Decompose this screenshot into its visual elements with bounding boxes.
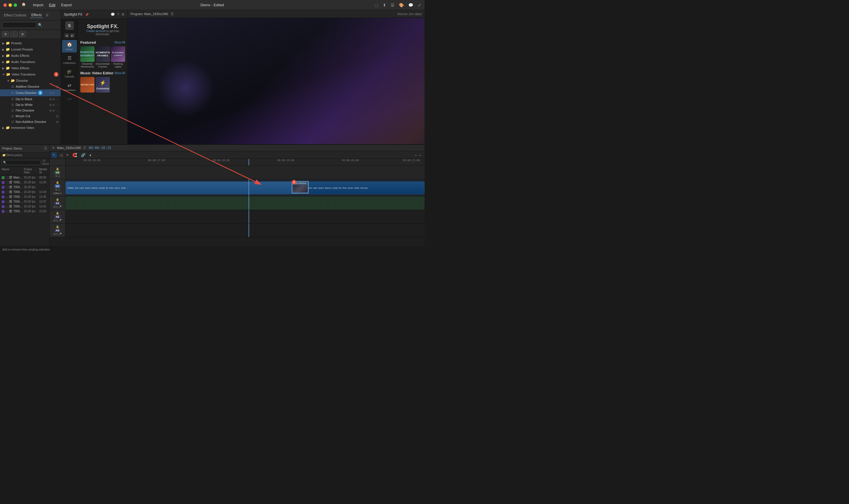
preset-icon[interactable]: ⊞ [56,85,58,88]
card-documentary-frames[interactable]: DOCUMENTARY FRAMES Documentary Frames [96,46,110,69]
timeline-close-icon[interactable]: ✕ [52,146,55,150]
effect-morph-cut[interactable]: ☑ Morph Cut ⊞ [0,113,61,119]
lock-a2-icon[interactable]: 🔒 [56,212,59,215]
discord-icon[interactable]: 💬 [111,13,115,16]
solo-v2-icon[interactable]: S [58,175,60,178]
ripple-edit-btn[interactable]: ⌖ [65,152,70,158]
new-folder-btn[interactable]: ⊞ [2,32,9,37]
mute-a2-icon[interactable]: M [53,219,56,222]
lock-v2-icon[interactable]: 🔒 [56,167,59,170]
preset-icon7[interactable]: ⊞ [56,120,58,123]
add-icon2[interactable]: ⊕ [53,97,55,101]
minimize-button[interactable] [8,3,12,7]
card-customize[interactable]: ⚡ Customize [96,77,110,92]
effect-non-additive[interactable]: ☑ Non-Additive Dissolve ⊞ [0,119,61,125]
effect-additive-dissolve[interactable]: ☑ Additive Dissolve ⊞ [0,84,61,89]
effect-dip-black[interactable]: ☑ Dip to Black ⊞ ⊕ ⋯ [0,96,61,102]
nav-item-home[interactable]: 🏠 Home [62,40,77,53]
lock-a3-icon[interactable]: 🔒 [56,225,59,228]
track-select-btn[interactable]: ◁ [58,152,64,158]
mic-a2-icon[interactable]: 🎤 [58,219,61,222]
effects-search-input[interactable] [2,22,36,28]
home-icon[interactable]: 🏠 [22,2,27,8]
nav-item-collections[interactable]: ☰ Collections [62,54,77,66]
category-immersive[interactable]: ▶ 📁 Immersive Video [0,125,61,131]
share-icon[interactable]: ⬆ [383,3,386,7]
color-icon[interactable]: 🎨 [399,3,404,7]
nav-item-tutorials[interactable]: 🎓 Tutorials [62,67,77,80]
project-item-5[interactable]: ⬚ 🎬 705899_Sw_ 25,00 fps 13:37 [0,199,49,204]
tab-effect-controls[interactable]: Effect Controls [3,13,27,18]
collab-icon[interactable]: 💬 [408,3,413,7]
project-item-1[interactable]: ⬚ 🎬 705896_Jedi_ 25,00 fps 13:26 [0,180,49,185]
preset-icon6[interactable]: ⊞ [56,115,58,118]
grid-view-btn[interactable]: ⊞ [19,32,26,37]
track-content-a3[interactable] [66,223,424,237]
effect-dip-white[interactable]: ☑ Dip to White ⊞ ⊕ ⋯ [0,102,61,108]
nav-forward-btn[interactable]: ▶ [70,33,75,38]
list-view-btn[interactable]: ⋮ [11,32,18,37]
menu-import[interactable]: Import [33,3,43,7]
project-item-2[interactable]: ⬚ 🎬 705896_Jedi_ 25,00 fps [0,185,49,190]
more-icon[interactable]: ⋯ [56,91,58,94]
project-item-0[interactable]: ⬚ 🎬 Main_1920x 25,00 fps 00:00 [0,175,49,180]
mic-a1-icon[interactable]: 🎤 [58,205,61,208]
snap-btn[interactable]: 🧲 [71,152,78,158]
menu-export[interactable]: Export [61,3,72,7]
maximize-button[interactable] [14,3,17,7]
category-audio-transitions[interactable]: ▶ 📁 Audio Transitions [0,59,61,65]
track-content-a2[interactable] [66,210,424,223]
add-marker-tl-btn[interactable]: ♦ [88,152,92,158]
lock-v1-icon[interactable]: 🔒 [56,181,59,184]
project-item-3[interactable]: ⬚ 🎬 705897_Jedi_ 25,00 fps 13:28 [0,190,49,194]
card-essential-movements[interactable]: ESSENTIAL MOVEMENTS Essential Movements [80,46,94,69]
solo-v1-icon[interactable]: S [58,188,60,191]
clip-v1-2[interactable]: 705897_Jedi_Light_Sword_Warrior_Knight_B… [299,182,424,194]
category-lumetri[interactable]: ▶ 📁 Lumetri Presets [0,46,61,53]
nav-item-transitions[interactable]: ⇄ Transitions [62,81,77,93]
track-content-a1[interactable] [66,196,424,210]
more-icon3[interactable]: ⋯ [56,103,58,106]
program-menu-icon[interactable]: ☰ [170,12,174,16]
expand-icon[interactable]: ⤢ [418,3,421,7]
create-account-link[interactable]: Create account [86,30,106,33]
menu-edit[interactable]: Edit [49,3,55,7]
category-video-effects[interactable]: ▶ 📁 Video Effects [0,65,61,71]
eye-v1-icon[interactable]: 👁 [55,188,58,191]
preset-icon4[interactable]: ⊞ [49,103,52,106]
preset-icon5[interactable]: ⊞ [49,109,52,112]
mute-a3-icon[interactable]: M [53,233,56,236]
tab-effects[interactable]: Effects [30,13,42,18]
effect-cross-dissolve[interactable]: ☑ Cross Dissolve 2 ⊞ ⊕ ⋯ [0,89,61,96]
settings-icon[interactable]: ⚙ [122,13,125,16]
track-content-v1[interactable]: 705896_Jedi_Light_Sword_Warrior_Knight_B… [66,179,424,196]
show-all-featured-btn[interactable]: Show All [114,41,125,44]
selection-tool-btn[interactable]: ↖ [51,152,57,158]
preset-icon3[interactable]: ⊞ [49,97,52,101]
nav-item-more[interactable]: ⋯ [62,94,77,104]
help-icon[interactable]: ? [117,13,119,16]
linked-sel-btn[interactable]: 🔗 [80,152,87,158]
solo-a3-icon[interactable]: S [56,233,58,236]
track-content-v2[interactable] [66,166,424,179]
effects-menu-icon[interactable]: ☰ [46,13,49,17]
card-retro-vhs[interactable]: RETRO VHS [80,77,94,92]
add-icon[interactable]: ⊕ [53,91,55,94]
subcategory-dissolve[interactable]: ▼ 📂 Dissolve [0,77,61,84]
project-item-7[interactable]: ⬚ 🎬 705901_Ma_ 25,00 fps 13:53 [0,209,49,214]
lock-a1-icon[interactable]: 🔒 [56,198,59,201]
zoom-in-tl-btn[interactable]: ←→ [413,152,423,158]
eye-v2-icon[interactable]: 👁 [55,175,58,178]
category-audio-effects[interactable]: ▶ 📁 Audio Effects [0,53,61,59]
project-item-6[interactable]: ⬚ 🎬 705900_Sw_ 25,00 fps 13:42 [0,204,49,209]
solo-a1-icon[interactable]: S [56,205,58,208]
more-icon2[interactable]: ⋯ [56,97,58,101]
category-presets[interactable]: ▶ 📁 Presets [0,40,61,46]
category-video-transitions[interactable]: ▼ 📂 Video Transitions 1 [0,71,61,77]
preset-icon2[interactable]: ⊞ [49,91,52,94]
workspace-icon[interactable]: ⬚ [375,3,378,7]
add-icon4[interactable]: ⊕ [53,109,55,112]
project-menu-icon[interactable]: ☰ [44,146,47,150]
project-item-4[interactable]: ⬚ 🎬 705898_Jedi_ 25,00 fps 13:35 [0,194,49,199]
clip-v1-1[interactable]: 705896_Jedi_Light_Sword_Warrior_Knight_B… [66,182,299,194]
